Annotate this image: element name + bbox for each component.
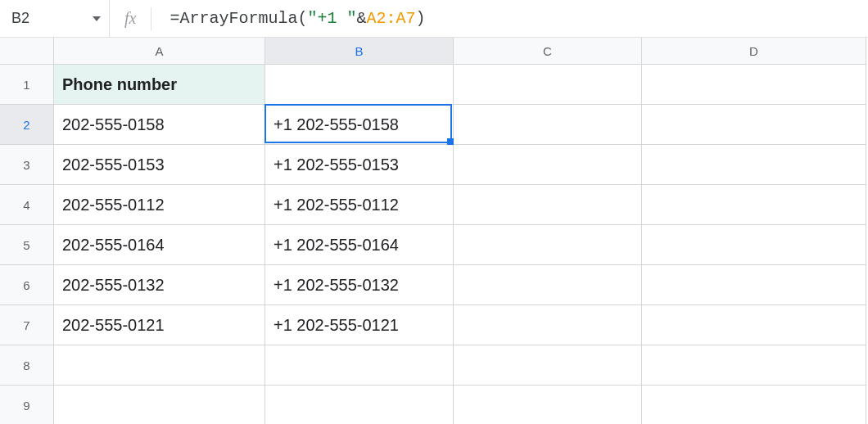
cell-D7[interactable]	[642, 305, 866, 345]
name-box-value: B2	[11, 10, 29, 27]
formula-string-literal: "+1 "	[308, 9, 357, 28]
cell-B2[interactable]: +1 202-555-0158	[265, 105, 454, 145]
formula-input[interactable]: =ArrayFormula("+1 "&A2:A7)	[151, 0, 868, 37]
formula-open-paren: (	[297, 9, 307, 28]
column-header-C[interactable]: C	[454, 38, 642, 65]
cell-B4[interactable]: +1 202-555-0112	[265, 185, 454, 225]
cell-A6[interactable]: 202-555-0132	[54, 265, 265, 305]
cell-C2[interactable]	[454, 105, 642, 145]
column-header-D[interactable]: D	[642, 38, 866, 65]
table-row: 3202-555-0153+1 202-555-0153	[0, 145, 868, 185]
formula-close-paren: )	[416, 9, 426, 28]
cell-D2[interactable]	[642, 105, 866, 145]
formula-range-ref: A2:A7	[367, 9, 416, 28]
cell-D8[interactable]	[642, 345, 866, 386]
cell-A8[interactable]	[54, 345, 265, 386]
row-header-1[interactable]: 1	[0, 65, 54, 105]
cell-D9[interactable]	[642, 386, 866, 424]
dropdown-caret-icon	[93, 16, 101, 21]
cell-A2[interactable]: 202-555-0158	[54, 105, 265, 145]
cell-A9[interactable]	[54, 386, 265, 424]
cell-C9[interactable]	[454, 386, 642, 424]
cell-A7[interactable]: 202-555-0121	[54, 305, 265, 345]
table-row: 1Phone number	[0, 65, 868, 105]
cell-A5[interactable]: 202-555-0164	[54, 225, 265, 265]
select-all-corner[interactable]	[0, 38, 54, 65]
spreadsheet-grid: ABCD 1Phone number2202-555-0158+1 202-55…	[0, 38, 868, 424]
row-header-5[interactable]: 5	[0, 225, 54, 265]
table-row: 8	[0, 345, 868, 386]
row-header-6[interactable]: 6	[0, 265, 54, 305]
table-row: 6202-555-0132+1 202-555-0132	[0, 265, 868, 305]
formula-equals: =	[170, 9, 179, 28]
cell-C4[interactable]	[454, 185, 642, 225]
row-header-4[interactable]: 4	[0, 185, 54, 225]
row-header-7[interactable]: 7	[0, 305, 54, 345]
cell-A3[interactable]: 202-555-0153	[54, 145, 265, 185]
fx-label: fx	[110, 7, 151, 30]
table-row: 4202-555-0112+1 202-555-0112	[0, 185, 868, 225]
column-headers: ABCD	[0, 38, 868, 65]
cell-B3[interactable]: +1 202-555-0153	[265, 145, 454, 185]
cell-C5[interactable]	[454, 225, 642, 265]
table-row: 7202-555-0121+1 202-555-0121	[0, 305, 868, 345]
table-row: 9	[0, 386, 868, 424]
row-header-9[interactable]: 9	[0, 386, 54, 424]
cell-D3[interactable]	[642, 145, 866, 185]
cell-D5[interactable]	[642, 225, 866, 265]
cell-A1[interactable]: Phone number	[54, 65, 265, 105]
cell-D6[interactable]	[642, 265, 866, 305]
fx-icon: fx	[124, 9, 136, 28]
formula-ampersand: &	[357, 9, 367, 28]
table-row: 5202-555-0164+1 202-555-0164	[0, 225, 868, 265]
cell-B8[interactable]	[265, 345, 454, 386]
cell-B1[interactable]	[265, 65, 454, 105]
cell-C7[interactable]	[454, 305, 642, 345]
cell-A4[interactable]: 202-555-0112	[54, 185, 265, 225]
table-row: 2202-555-0158+1 202-555-0158	[0, 105, 868, 145]
column-header-A[interactable]: A	[54, 38, 265, 65]
cell-B7[interactable]: +1 202-555-0121	[265, 305, 454, 345]
cell-C1[interactable]	[454, 65, 642, 105]
name-box[interactable]: B2	[0, 0, 110, 37]
cell-C8[interactable]	[454, 345, 642, 386]
cell-D1[interactable]	[642, 65, 866, 105]
row-header-8[interactable]: 8	[0, 345, 54, 386]
formula-function-name: ArrayFormula	[179, 9, 297, 28]
cell-C3[interactable]	[454, 145, 642, 185]
formula-bar: B2 fx =ArrayFormula("+1 "&A2:A7)	[0, 0, 868, 38]
cell-D4[interactable]	[642, 185, 866, 225]
fill-handle[interactable]	[447, 138, 454, 145]
cell-B9[interactable]	[265, 386, 454, 424]
row-header-2[interactable]: 2	[0, 105, 54, 145]
column-header-B[interactable]: B	[265, 38, 454, 65]
cell-B6[interactable]: +1 202-555-0132	[265, 265, 454, 305]
cell-C6[interactable]	[454, 265, 642, 305]
cell-B5[interactable]: +1 202-555-0164	[265, 225, 454, 265]
row-header-3[interactable]: 3	[0, 145, 54, 185]
